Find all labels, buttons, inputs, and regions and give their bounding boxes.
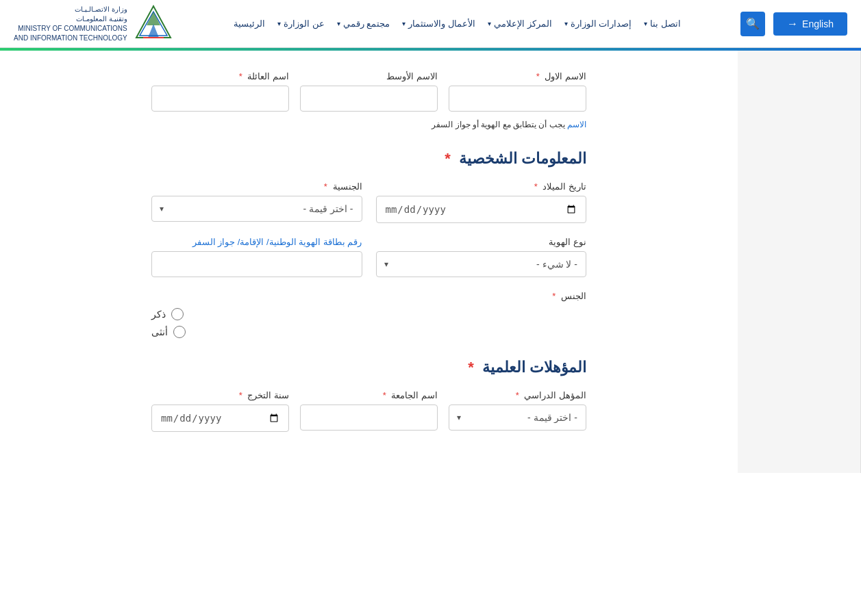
university-required: * [383, 390, 386, 400]
chevron-down-icon: ▾ [337, 20, 340, 27]
nationality-select[interactable]: - اختر قيمة - [151, 196, 362, 222]
gender-label: الجنس * [151, 291, 586, 301]
chevron-down-icon: ▾ [488, 20, 491, 27]
male-radio[interactable] [171, 308, 184, 320]
id-row: نوع الهوية - لا شيء - رقم بطاقة الهوية ا… [151, 237, 586, 277]
female-radio-item: أنثى [151, 326, 186, 338]
id-type-select-wrapper: - لا شيء - [376, 251, 587, 277]
personal-info-required: * [445, 150, 451, 167]
logo-text: وزارة الاتصـالـيـات وتقنيـة المعلومـات M… [14, 5, 127, 43]
university-label: اسم الجامعة * [300, 390, 438, 400]
nav-item-home[interactable]: الرئيسية [234, 18, 265, 29]
name-row: الاسم الاول * الاسم الأوسط اسم العائلة [151, 71, 586, 112]
nav-contact-label: اتصل بنا [650, 18, 681, 29]
chevron-down-icon: ▾ [564, 20, 568, 27]
education-section: المؤهلات العلمية * المؤهل الدراسي * - اخ… [151, 359, 586, 432]
nationality-select-wrapper: - اختر قيمة - [151, 196, 362, 222]
nav-media-label: المركز الإعلامي [494, 18, 552, 29]
education-required: * [468, 359, 474, 376]
chevron-down-icon: ▾ [402, 20, 405, 27]
first-name-required: * [536, 71, 540, 81]
nav-item-media[interactable]: المركز الإعلامي ▾ [488, 18, 552, 29]
nav-item-contact[interactable]: اتصل بنا ▾ [644, 18, 681, 29]
chevron-down-icon: ▾ [644, 20, 647, 27]
search-button[interactable]: 🔍 [740, 12, 765, 36]
nav-about-label: عن الوزارة [284, 18, 325, 29]
male-radio-item: ذكر [151, 308, 184, 320]
main-content: الاسم الاول * الاسم الأوسط اسم العائلة [138, 51, 600, 473]
id-type-group: نوع الهوية - لا شيء - [376, 237, 587, 277]
navbar: English → 🔍 الرئيسية عن الوزارة ▾ مجتمع … [0, 0, 861, 48]
nationality-label: الجنسية * [151, 181, 362, 192]
english-button[interactable]: English → [773, 12, 847, 36]
nav-item-digital[interactable]: مجتمع رقمي ▾ [337, 18, 390, 29]
id-number-group: رقم بطاقة الهوية الوطنية/ الإقامة/ جواز … [151, 237, 362, 277]
logo-line3: MINISTRY OF COMMUNICATIONS [14, 24, 127, 34]
nav-publications-label: إصدارات الوزارة [571, 18, 632, 29]
qualification-label: المؤهل الدراسي * [449, 390, 586, 400]
left-sidebar [738, 51, 861, 473]
nav-links: الرئيسية عن الوزارة ▾ مجتمع رقمي ▾ الأعم… [234, 18, 681, 29]
university-input[interactable] [300, 405, 438, 431]
id-number-label: رقم بطاقة الهوية الوطنية/ الإقامة/ جواز … [151, 237, 362, 247]
name-section: الاسم الاول * الاسم الأوسط اسم العائلة [151, 71, 586, 129]
dob-input[interactable] [376, 196, 587, 223]
family-name-label: اسم العائلة * [151, 71, 289, 81]
grad-year-required: * [239, 390, 242, 400]
id-number-input[interactable] [151, 251, 362, 277]
female-radio[interactable] [173, 326, 186, 338]
nav-item-publications[interactable]: إصدارات الوزارة ▾ [564, 18, 632, 29]
nav-business-label: الأعمال والاستثمار [408, 18, 475, 29]
logo-line2: وتقنيـة المعلومـات [14, 14, 127, 24]
nav-item-business[interactable]: الأعمال والاستثمار ▾ [402, 18, 475, 29]
name-note: الاسم يجب أن يتطابق مع الهوية أو جواز ال… [151, 120, 586, 129]
first-name-label: الاسم الاول * [449, 71, 586, 81]
dob-label: تاريخ الميلاد * [376, 181, 587, 192]
id-type-label: نوع الهوية [376, 237, 587, 247]
education-header: المؤهلات العلمية * [151, 359, 586, 376]
grad-year-input[interactable] [151, 405, 289, 432]
first-name-group: الاسم الاول * [449, 71, 586, 112]
page-wrapper: الاسم الاول * الاسم الأوسط اسم العائلة [0, 51, 861, 473]
qualification-select[interactable]: - اختر قيمة - [449, 405, 586, 431]
middle-name-label: الاسم الأوسط [300, 71, 438, 81]
logo-icon [133, 5, 174, 42]
dob-nationality-row: تاريخ الميلاد * الجنسية * - اختر قيمة - [151, 181, 586, 223]
grad-year-label: سنة التخرج * [151, 390, 289, 400]
middle-name-group: الاسم الأوسط [300, 71, 438, 112]
nav-home-label: الرئيسية [234, 18, 265, 29]
logo-line1: وزارة الاتصـالـيـات [14, 5, 127, 14]
nav-item-about[interactable]: عن الوزارة ▾ [277, 18, 325, 29]
education-row: المؤهل الدراسي * - اختر قيمة - اسم الجام… [151, 390, 586, 432]
middle-name-input[interactable] [300, 86, 438, 112]
qualification-required: * [516, 390, 519, 400]
name-note-link[interactable]: الاسم [565, 120, 586, 129]
nationality-required: * [324, 181, 327, 192]
search-icon: 🔍 [746, 17, 760, 30]
female-label: أنثى [151, 326, 168, 337]
logo: وزارة الاتصـالـيـات وتقنيـة المعلومـات M… [14, 5, 174, 43]
family-name-required: * [239, 71, 242, 81]
first-name-input[interactable] [449, 86, 586, 112]
english-arrow: → [787, 18, 798, 30]
dob-required: * [534, 181, 538, 192]
qualification-group: المؤهل الدراسي * - اختر قيمة - [449, 390, 586, 432]
gender-required: * [552, 291, 556, 301]
english-label: English [802, 18, 834, 29]
personal-info-section: المعلومات الشخصية * تاريخ الميلاد * الجن… [151, 150, 586, 338]
gender-radio-group: ذكر أنثى [151, 308, 586, 338]
family-name-input[interactable] [151, 86, 289, 112]
navbar-left-section: English → 🔍 [740, 12, 847, 36]
nav-digital-label: مجتمع رقمي [343, 18, 390, 29]
chevron-down-icon: ▾ [277, 20, 281, 27]
grad-year-group: سنة التخرج * [151, 390, 289, 432]
id-type-select[interactable]: - لا شيء - [376, 251, 587, 277]
gender-section: الجنس * ذكر أنثى [151, 291, 586, 338]
personal-info-header: المعلومات الشخصية * [151, 150, 586, 168]
nationality-group: الجنسية * - اختر قيمة - [151, 181, 362, 223]
name-note-text: يجب أن يتطابق مع الهوية أو جواز السفر [432, 120, 564, 129]
qualification-select-wrapper: - اختر قيمة - [449, 405, 586, 431]
id-number-link[interactable]: رقم بطاقة الهوية الوطنية/ الإقامة/ جواز … [192, 237, 362, 247]
university-group: اسم الجامعة * [300, 390, 438, 432]
dob-group: تاريخ الميلاد * [376, 181, 587, 223]
